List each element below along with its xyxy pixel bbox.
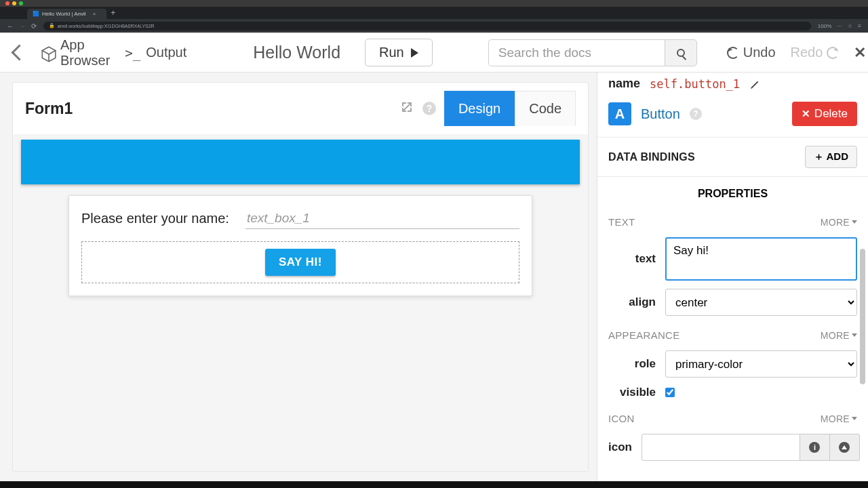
tab-title: Hello World | Anvil bbox=[42, 9, 86, 19]
redo-button: Redo bbox=[791, 45, 840, 60]
form-title: Form1 bbox=[25, 100, 401, 118]
group-appearance-more[interactable]: MORE bbox=[821, 330, 857, 341]
search-icon bbox=[677, 49, 685, 57]
tab-code[interactable]: Code bbox=[515, 91, 576, 126]
component-type-link[interactable]: Button bbox=[641, 106, 680, 122]
prop-name-value[interactable]: self.button_1 bbox=[650, 77, 740, 91]
add-label: ADD bbox=[827, 150, 849, 163]
mac-close-dot[interactable] bbox=[5, 1, 9, 5]
prop-align-select[interactable]: center bbox=[665, 289, 857, 316]
mac-max-dot[interactable] bbox=[19, 1, 23, 5]
prop-name-key: name bbox=[608, 77, 640, 91]
expand-icon[interactable] bbox=[401, 101, 413, 116]
nav-forward-icon: → bbox=[19, 22, 26, 30]
prop-role-select[interactable]: primary-color bbox=[665, 350, 857, 378]
hamburger-icon[interactable]: ≡ bbox=[858, 23, 861, 29]
group-icon-label: ICON bbox=[608, 413, 635, 424]
new-tab-button[interactable]: + bbox=[111, 8, 115, 19]
name-prompt-label[interactable]: Please enter your name: bbox=[81, 211, 229, 226]
prop-visible-label: visible bbox=[608, 386, 656, 399]
canvas-card: Form1 ? Design Code bbox=[12, 82, 589, 472]
zoom-level: 100% bbox=[818, 23, 831, 29]
tab-design[interactable]: Design bbox=[444, 91, 515, 126]
close-button[interactable]: ✕ Close bbox=[854, 44, 868, 62]
undo-icon bbox=[727, 47, 739, 59]
type-badge-letter: A bbox=[615, 106, 625, 122]
selected-flowpanel[interactable]: SAY HI! bbox=[81, 241, 519, 283]
redo-icon bbox=[827, 47, 839, 59]
edit-name-icon[interactable] bbox=[749, 79, 759, 89]
undo-button[interactable]: Undo bbox=[727, 45, 776, 60]
run-button[interactable]: Run bbox=[365, 39, 433, 66]
data-bindings-title: DATA BINDINGS bbox=[608, 151, 695, 163]
prop-icon-input[interactable] bbox=[642, 434, 800, 461]
undo-label: Undo bbox=[743, 45, 776, 60]
chevron-down-icon bbox=[852, 417, 857, 420]
chevron-down-icon bbox=[852, 333, 857, 337]
mac-min-dot[interactable] bbox=[12, 1, 16, 5]
type-help-icon[interactable]: ? bbox=[690, 108, 702, 120]
back-button[interactable] bbox=[14, 47, 25, 58]
play-icon bbox=[411, 48, 418, 58]
prop-text-label: text bbox=[608, 252, 656, 266]
group-icon-more[interactable]: MORE bbox=[821, 413, 857, 424]
prop-icon-label: icon bbox=[608, 441, 632, 454]
app-title: Hello World bbox=[253, 43, 340, 62]
properties-panel: name self.button_1 A Button ? ✕ Delete D… bbox=[597, 73, 868, 481]
icon-info-button[interactable]: i bbox=[800, 434, 830, 461]
lock-icon: 🔒 bbox=[49, 23, 55, 28]
group-text-label: TEXT bbox=[608, 216, 635, 228]
browser-menu-icon[interactable]: ⋯ bbox=[837, 23, 842, 29]
prop-text-input[interactable]: Say hi! bbox=[665, 237, 857, 281]
url-bar[interactable]: 🔒 anvil.works/build#app:XI1DGH8A0RX4LYS2… bbox=[43, 22, 811, 30]
browser-tab[interactable]: 🟦 Hello World | Anvil × bbox=[27, 9, 106, 19]
reader-icon[interactable]: ☆ bbox=[848, 23, 852, 29]
url-text: anvil.works/build#app:XI1DGH8A0RX4LYS2R bbox=[58, 24, 155, 28]
close-icon: ✕ bbox=[854, 44, 866, 62]
help-icon[interactable]: ? bbox=[422, 102, 436, 115]
tab-code-label: Code bbox=[529, 101, 561, 116]
app-browser-label: App Browser bbox=[60, 37, 110, 68]
browser-toolbar: ← → ⟳ 🔒 anvil.works/build#app:XI1DGH8A0R… bbox=[0, 19, 868, 33]
top-toolbar: App Browser >_ Output Hello World Run Un… bbox=[0, 33, 868, 73]
chevron-left-icon bbox=[11, 44, 27, 60]
browser-tabstrip: 🟦 Hello World | Anvil × + bbox=[0, 7, 868, 19]
mode-tabs: Design Code bbox=[444, 91, 576, 126]
delete-button[interactable]: ✕ Delete bbox=[792, 102, 857, 126]
nav-back-icon[interactable]: ← bbox=[7, 22, 14, 30]
delete-x-icon: ✕ bbox=[802, 108, 810, 120]
info-icon: i bbox=[809, 442, 820, 453]
delete-label: Delete bbox=[814, 107, 848, 121]
say-hi-button[interactable]: SAY HI! bbox=[265, 249, 336, 276]
app-bar-component[interactable] bbox=[21, 140, 580, 184]
os-footer bbox=[0, 481, 868, 488]
app-browser-button[interactable]: App Browser bbox=[40, 37, 110, 68]
output-button[interactable]: >_ Output bbox=[125, 45, 186, 60]
add-binding-button[interactable]: ＋ ADD bbox=[805, 146, 858, 168]
tab-design-label: Design bbox=[458, 101, 500, 116]
more-label-1: MORE bbox=[821, 217, 850, 228]
plus-icon: ＋ bbox=[814, 150, 824, 163]
terminal-icon: >_ bbox=[125, 45, 140, 60]
group-appearance-label: APPEARANCE bbox=[608, 329, 680, 341]
icon-upload-button[interactable] bbox=[830, 434, 860, 461]
prop-align-label: align bbox=[608, 296, 656, 309]
prop-visible-checkbox[interactable] bbox=[665, 388, 675, 397]
card-component[interactable]: Please enter your name: SAY HI! bbox=[68, 195, 532, 296]
cube-icon bbox=[40, 45, 55, 60]
app-shell: App Browser >_ Output Hello World Run Un… bbox=[0, 33, 868, 481]
nav-reload-icon[interactable]: ⟳ bbox=[31, 22, 37, 30]
chevron-down-icon bbox=[852, 220, 857, 224]
textbox-component[interactable] bbox=[245, 208, 519, 229]
more-label-2: MORE bbox=[821, 330, 850, 341]
search-input[interactable] bbox=[488, 39, 665, 66]
group-text-more[interactable]: MORE bbox=[821, 217, 857, 228]
canvas-header: Form1 ? Design Code bbox=[13, 83, 588, 134]
canvas-column: Form1 ? Design Code bbox=[0, 73, 597, 481]
search-button[interactable] bbox=[665, 39, 697, 66]
upload-icon bbox=[839, 442, 850, 453]
design-canvas[interactable]: Please enter your name: SAY HI! bbox=[13, 134, 588, 471]
run-label: Run bbox=[379, 45, 404, 60]
tab-close-icon[interactable]: × bbox=[93, 9, 96, 19]
tab-favicon-icon: 🟦 bbox=[33, 9, 39, 19]
